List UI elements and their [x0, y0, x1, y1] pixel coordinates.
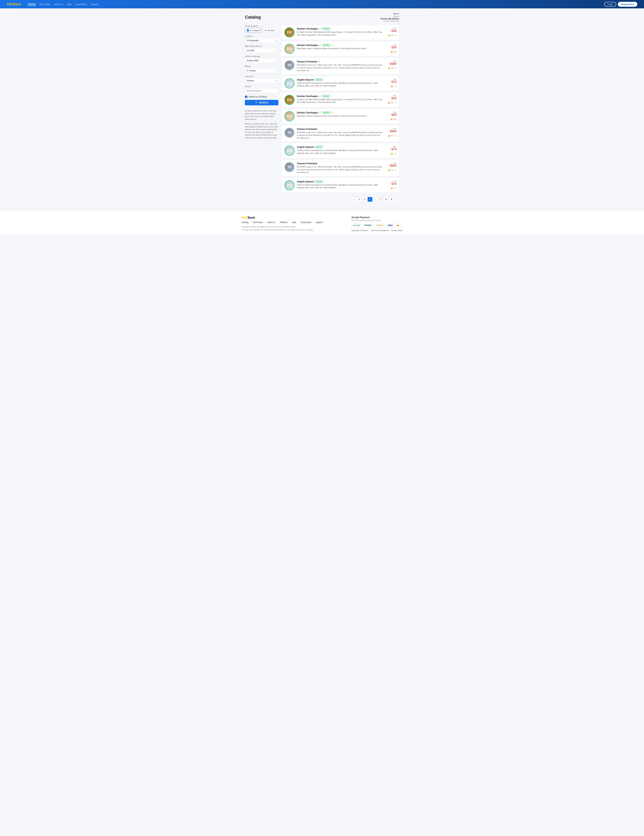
seller-name: Tomass Freimanis	[297, 162, 317, 165]
catalog-list: DV Demian Voorhagen ✔ ONLINE I'm Back!! …	[282, 25, 399, 194]
online-badge: ONLINE	[315, 146, 323, 148]
footer-link[interactable]: Best Deals	[253, 221, 263, 224]
pagination-page[interactable]: 2	[362, 197, 367, 202]
rating-row: 👍 39 / -1	[385, 67, 396, 69]
footer-link[interactable]: Support	[316, 221, 323, 224]
footer-bottom-link[interactable]: Terms and Conditions	[371, 229, 388, 232]
nav-guarantees[interactable]: Guarantees	[75, 3, 87, 5]
footer-link[interactable]: Help	[292, 221, 296, 224]
payment-paypal: P PayPal	[363, 223, 373, 227]
logo[interactable]: ADZBank	[7, 3, 21, 6]
search-label: Search	[245, 85, 279, 87]
verified-icon: ✔	[319, 111, 321, 114]
footer-left: ADZBank Catalog·Best Deals·About us·Affi…	[241, 216, 345, 232]
payment-paysite: PAY●SITE	[351, 223, 361, 227]
catalog-item[interactable]: TF Tomass Freimanis NOTHING to pay to me…	[282, 125, 399, 142]
nav-help[interactable]: Help	[67, 3, 71, 5]
verified-section: ✓ Verified by ADZBank 🔍 SEARCH	[245, 95, 279, 105]
seller-name-row: Angelo Sayson ONLINE	[297, 78, 382, 81]
nav-catalog[interactable]: Catalog	[28, 3, 36, 6]
catalog-item[interactable]: AS Angelo Sayson ONLINE TONS of SALES Ge…	[282, 143, 399, 158]
seller-name: Demian Voorhagen	[297, 27, 318, 30]
nav-best-deals[interactable]: Best Deals	[39, 3, 50, 5]
catalog-item[interactable]: TF Tomass Freimanis ✔ NOTHING to pay to …	[282, 58, 399, 74]
pagination-page[interactable]: 8	[384, 197, 388, 202]
traffic-select[interactable]: All traffic	[245, 48, 279, 53]
footer-bottom-link[interactable]: Payments & Delivery	[351, 229, 368, 232]
pagination-arrow[interactable]: ‹	[352, 197, 356, 202]
pagination-page[interactable]: 9	[389, 197, 394, 202]
pagination-page[interactable]: 3	[368, 197, 372, 202]
seller-name-row: Tomass Freimanis ✔	[297, 60, 382, 63]
traffic-section: Main Traffic Source All traffic	[245, 45, 279, 53]
footer-grid: ADZBank Catalog·Best Deals·About us·Affi…	[241, 216, 403, 232]
avatar: TF	[284, 128, 295, 138]
rating-up: 39	[391, 135, 393, 137]
catalog-item[interactable]: TF Tomass Freimanis NOTHING to pay to me…	[282, 160, 399, 176]
footer-links: Catalog·Best Deals·About us·Affiliates·H…	[241, 221, 345, 224]
online-badge: ONLINE	[315, 78, 323, 81]
catalog-item[interactable]: DV Demian Voorhagen ✔ ONLINE ★ Want More…	[282, 41, 399, 56]
sort-button[interactable]: Sort ▾ Ratings	[393, 12, 399, 18]
price-col: from $15 👍 39 / -1	[385, 27, 396, 36]
thumb-icon: 👍	[390, 51, 393, 53]
login-button[interactable]: Login	[604, 2, 616, 7]
accept-title: Accept Payment	[351, 216, 403, 219]
payment-mastercard: ●●	[395, 223, 401, 227]
catalog-item[interactable]: AS Angelo Sayson ONLINE TONS of SALES Ge…	[282, 76, 399, 91]
register-button[interactable]: Registration	[618, 2, 637, 7]
seller-info: Angelo Sayson ONLINE TONS of SALES Gener…	[297, 78, 382, 87]
catalog-item[interactable]: DV Demian Voorhagen ✔ ONLINE ★ Want More…	[282, 109, 399, 124]
rating-select[interactable]: 0+ ratings	[245, 68, 279, 73]
search-input[interactable]	[245, 88, 279, 93]
seller-desc: TONS of SALES Generated for my Clients! …	[297, 82, 382, 87]
search-button[interactable]: 🔍 SEARCH	[245, 100, 279, 105]
rating-up: 39	[391, 169, 393, 171]
rating-down: -1	[395, 135, 396, 137]
catalog-item[interactable]: AS Angelo Sayson ONLINE TONS of SALES Ge…	[282, 178, 399, 193]
footer-bottom-link[interactable]: Privacy Policy	[391, 229, 403, 232]
pagination-page[interactable]: ...	[373, 197, 378, 202]
verified-icon: ✔	[319, 95, 321, 98]
location-select[interactable]: All languages	[245, 38, 279, 43]
seller-info: Demian Voorhagen ✔ ONLINE I'm Back!! Hot…	[297, 27, 382, 36]
footer-bottom-links: Payments & DeliveryTerms and ConditionsP…	[351, 229, 403, 232]
from-label: from	[385, 60, 396, 62]
content-grid: Social Network ✓ ● Instagram ▶ YouTube L…	[245, 25, 399, 194]
sidebar-info-2: Money you paid for your solo order has b…	[245, 122, 279, 139]
search-section: Search	[245, 85, 279, 93]
verified-icon: ✔	[319, 27, 321, 30]
pagination-page[interactable]: 7	[378, 197, 383, 202]
seller-desc: Want More Leads? Looking For More Conver…	[297, 47, 382, 50]
price-col: from $500 👍 39 / -1	[385, 60, 396, 69]
avatar: AS	[284, 78, 295, 88]
tab-instagram[interactable]: ✓ ● Instagram	[245, 28, 262, 33]
nav-about-us[interactable]: About us	[54, 3, 63, 5]
avatar: TF	[284, 162, 295, 172]
seller-info: Angelo Sayson ONLINE TONS of SALES Gener…	[297, 180, 382, 189]
pagination-page[interactable]: 1	[357, 197, 362, 202]
price-col: from $73 👍 / -5	[385, 180, 396, 189]
footer-link[interactable]: Catalog	[241, 221, 248, 224]
tab-youtube[interactable]: ▶ YouTube	[263, 28, 276, 33]
nav-support[interactable]: Support	[91, 3, 98, 5]
from-label: from	[385, 44, 396, 46]
catalog-item[interactable]: DV Demian Voorhagen ✔ ONLINE I'm Back!! …	[282, 25, 399, 40]
seller-name: Angelo Sayson	[297, 78, 314, 81]
search-icon: 🔍	[255, 101, 258, 104]
lastseen-select[interactable]: Anytime	[245, 78, 279, 83]
catalog-item[interactable]: DV Demian Voorhagen ✔ ONLINE I'm Back!! …	[282, 93, 399, 107]
seller-info: Demian Voorhagen ✔ ONLINE I'm Back!! Hot…	[297, 95, 382, 104]
footer-link[interactable]: About us	[267, 221, 275, 224]
verified-check-icon: ✓	[245, 95, 248, 98]
rating-up: 382	[393, 118, 396, 120]
thumb-icon: 👍	[388, 34, 390, 36]
pagination-arrow[interactable]: ›	[395, 197, 399, 202]
avatar: DV	[284, 95, 295, 105]
footer-link[interactable]: Affiliates	[280, 221, 287, 224]
language-select[interactable]: English (889)	[245, 58, 279, 63]
rating-up: 39	[391, 67, 393, 69]
youtube-label: YouTube	[267, 29, 274, 31]
footer: ADZBank Catalog·Best Deals·About us·Affi…	[0, 211, 644, 235]
footer-link[interactable]: Guarantees	[301, 221, 311, 224]
